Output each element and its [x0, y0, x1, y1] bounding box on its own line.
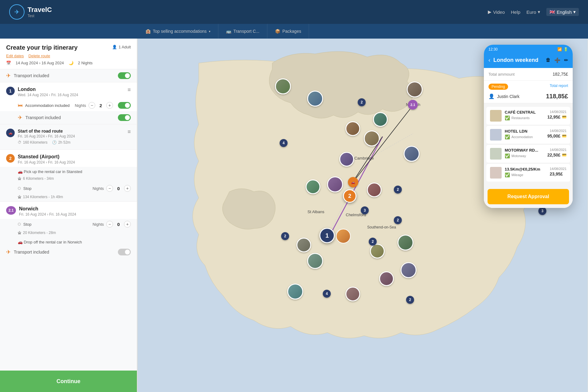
expense-amount-2: 95,00£ 💳 [547, 134, 567, 138]
tab-top-accommodations[interactable]: 🏨 Top selling accommodations ▾ [138, 24, 218, 39]
transport-toggle-2[interactable] [118, 114, 131, 121]
photo-pin-18[interactable] [345, 287, 360, 301]
photo-pin-10[interactable] [367, 183, 382, 197]
accommodation-toggle[interactable] [118, 102, 131, 109]
help-link[interactable]: Help [511, 9, 520, 15]
continue-button[interactable]: Continue [57, 378, 81, 385]
card-icon-2: 💳 [562, 134, 567, 138]
expense-item-motorway[interactable]: MOTORWAY RD... ✅ Motorway 14/08/2021 22,… [486, 145, 570, 163]
photo-pin-13[interactable] [307, 253, 323, 269]
stop-plus-btn-norwich[interactable]: + [124, 221, 131, 228]
logo-text-group: TravelC Test [28, 6, 52, 18]
mobile-total-row: Total ammount 182,75£ [484, 68, 573, 81]
expense-date-4: 14/08/2021 [550, 167, 567, 171]
photo-pin-17[interactable] [401, 262, 417, 278]
transport-toggle[interactable] [118, 72, 131, 79]
delete-route-link[interactable]: Delete route [28, 54, 50, 58]
norwich-info: Norwich Fri. 16 Aug 2024 › Fri. 16 Aug 2… [19, 206, 76, 217]
photo-pin-9[interactable] [327, 176, 343, 192]
london-menu[interactable]: ≡ [127, 87, 131, 93]
mobile-action-buttons: 🗑 ➕ ✏ [546, 57, 568, 63]
road-distance: ⏱ 160 Kilometers [18, 140, 47, 145]
car-icon-2: 🚗 [18, 240, 23, 244]
nights-text: Nights [75, 103, 86, 108]
dropoff-row: 🚗 Drop off the rental car in Norwich [0, 237, 137, 246]
norwich-dist: 🛣 20 Kilometers - 28m [0, 229, 137, 237]
map-badge-2b: 2 [394, 186, 402, 194]
photo-pin-14[interactable] [370, 244, 385, 258]
transport-toggle-3[interactable] [118, 249, 131, 255]
road-menu[interactable]: ≡ [127, 129, 131, 135]
transport-icon-2: ✈ [18, 114, 22, 121]
photo-pin-8[interactable] [306, 179, 320, 194]
map-badge-3a: 3 [361, 206, 369, 214]
mobile-add-icon[interactable]: ➕ [554, 57, 560, 63]
photo-pin-15[interactable] [398, 235, 413, 251]
language-selector[interactable]: 🇬🇧 English ▾ [546, 8, 579, 16]
stop-minus-btn-norwich[interactable]: − [106, 221, 113, 228]
photo-pin-4[interactable] [373, 112, 388, 127]
stop-nights-control-norwich: Nights − 0 + [92, 221, 131, 228]
photo-pin-7[interactable] [364, 130, 380, 146]
chevron-down-icon: ▾ [209, 30, 210, 33]
photo-pin-16[interactable] [379, 271, 394, 286]
stop-nights-norwich: 0 [115, 222, 122, 227]
expense-name-3: MOTORWAY RD... [505, 148, 544, 153]
stansted-dist1: 🛣 6 Kilometers - 34m [0, 175, 137, 183]
mobile-back-button[interactable]: ‹ [488, 57, 490, 63]
photo-pin-19[interactable] [287, 284, 303, 300]
london-info: London Wed. 14 Aug 2024 › Fri. 16 Aug 20… [18, 87, 78, 97]
battery-icon: 🔋 [564, 47, 568, 51]
london-map-marker[interactable]: 1 [319, 228, 335, 243]
expense-date-3: 14/08/2021 [547, 148, 567, 152]
pending-badge: Pending [488, 84, 508, 90]
expense-name-4: 13.5Km@€0,25/Km [505, 167, 547, 172]
road-icon-2: 🛣 [18, 195, 21, 199]
tab-transport[interactable]: 🚌 Transport C... [218, 24, 267, 39]
mobile-edit-icon[interactable]: ✏ [564, 57, 568, 63]
request-approval-button[interactable]: Request Approval [488, 189, 569, 204]
dropoff-label: 🚗 Drop off the rental car in Norwich [18, 240, 131, 244]
check-icon-2: ✅ [505, 134, 510, 139]
expense-date-2: 14/08/2021 [547, 129, 567, 133]
tab-packages[interactable]: 📦 Packages [267, 24, 309, 39]
expense-name-1: CAFÉ CENTRAL [505, 110, 544, 115]
stop-minus-btn-stansted[interactable]: − [106, 185, 113, 192]
photo-pin-12[interactable] [296, 238, 311, 252]
transport-icon-3: ✈ [6, 249, 11, 255]
photo-pin-3[interactable] [345, 121, 360, 136]
sidebar-meta: 📅 14 Aug 2024 › 16 Aug 2024 🌙 2 Nights [6, 61, 131, 65]
photo-pin-1[interactable] [275, 78, 291, 94]
stansted-name: Stansted (Airport) [18, 154, 75, 160]
currency-selector[interactable]: Euro ▾ [526, 9, 540, 15]
map-badge-2d: 2 [281, 232, 289, 240]
road-info: Start of the road route Fri. 16 Aug 2024… [18, 129, 75, 138]
sub-header: 🏨 Top selling accommodations ▾ 🚌 Transpo… [0, 24, 588, 39]
transport-label-2: Transport included [25, 115, 115, 120]
nights-minus-btn[interactable]: − [89, 102, 95, 109]
video-button[interactable]: ▶ Video [488, 9, 505, 15]
stansted-map-marker[interactable]: 2 [343, 177, 356, 203]
road-stop-icon: 🚗 [6, 129, 15, 137]
expense-item-hotel[interactable]: HOTEL LDN ✅ Accomodation 14/08/2021 95,0… [486, 126, 570, 144]
photo-pin-2[interactable] [307, 91, 323, 107]
continue-footer[interactable]: Continue [0, 371, 137, 392]
expense-category-3: Motorway [511, 154, 526, 158]
edit-dates-link[interactable]: Edit dates [6, 54, 24, 58]
expense-item-cafe[interactable]: CAFÉ CENTRAL ✅ Restaurants 14/08/2021 12… [486, 107, 570, 125]
total-report-link[interactable]: Total report [550, 84, 568, 90]
transport-item-top: ✈ Transport included [0, 69, 137, 82]
map-area: Cambridge Norwich St Albans Chelmsford S… [137, 39, 588, 392]
stop-nights-control-stansted: Nights − 0 + [92, 185, 131, 192]
photo-pin-6[interactable] [339, 152, 354, 167]
expense-item-mileage[interactable]: 13.5Km@€0,25/Km ✅ Mileage 14/08/2021 23,… [486, 164, 570, 182]
road-duration: 🕐 2h 52m [52, 140, 70, 145]
photo-pin-5[interactable] [407, 81, 423, 97]
nights-plus-btn[interactable]: + [106, 102, 113, 109]
transport-item-london: ✈ Transport included [0, 111, 137, 124]
stop-plus-btn-stansted[interactable]: + [124, 185, 131, 192]
person-icon: 👤 [112, 45, 117, 49]
nights-control: Nights − 2 + [75, 102, 131, 109]
photo-pin-11[interactable] [404, 146, 420, 162]
mobile-delete-icon[interactable]: 🗑 [546, 57, 551, 63]
